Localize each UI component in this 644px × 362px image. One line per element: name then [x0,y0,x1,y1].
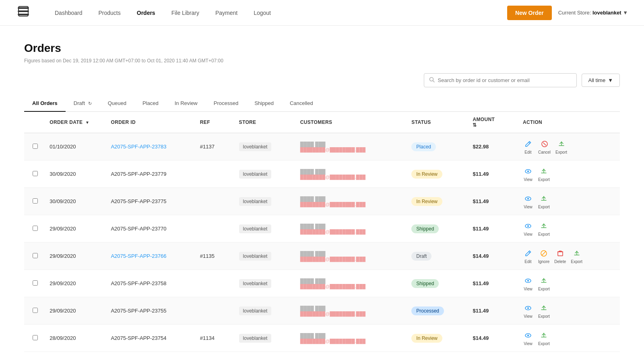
order-date-sort-icon: ▼ [85,120,89,125]
nav-right: New Order Current Store: loveblanket ▼ [507,6,628,20]
action-view-button[interactable]: View [523,193,533,209]
order-id-link[interactable]: A2075-SPF-APP-23783 [111,144,166,150]
tab-placed[interactable]: Placed [134,95,167,112]
action-buttons: View Export [523,330,617,346]
action-export-button[interactable]: Export [571,248,582,264]
action-buttons: View Export [523,166,617,182]
action-edit-button[interactable]: Edit [523,139,533,154]
tab-draft[interactable]: Draft ↻ [66,95,100,112]
order-id-text: A2075-SPF-APP-23779 [111,171,166,177]
action-ignore-button[interactable]: Ignore [538,248,549,264]
action-export-button[interactable]: Export [538,330,550,346]
svg-line-15 [542,251,546,255]
customers-cell: ████ ███ ████████@████████.███ [297,270,409,297]
row-checkbox-cell [24,297,46,325]
order-id-cell: A2075-SPF-APP-23758 [107,270,196,297]
ignore-label: Ignore [538,259,549,264]
action-export-button[interactable]: Export [538,166,550,182]
export-icon [572,248,582,259]
nav-dashboard[interactable]: Dashboard [55,10,83,16]
action-export-button[interactable]: Export [538,193,550,209]
col-order-date[interactable]: ORDER DATE ▼ [46,112,107,133]
action-cancel-button[interactable]: Cancel [538,139,551,154]
row-checkbox[interactable] [33,335,38,340]
tab-shipped[interactable]: Shipped [246,95,282,112]
ref-cell [197,188,236,215]
table-row: 30/09/2020 A2075-SPF-APP-23779 loveblank… [24,160,620,188]
tab-all-orders[interactable]: All Orders [24,95,66,112]
store-selector[interactable]: Current Store: loveblanket ▼ [558,10,628,16]
order-id-cell: A2075-SPF-APP-23770 [107,215,196,243]
table-row: 29/09/2020 A2075-SPF-APP-23766 #1135 lov… [24,243,620,270]
action-delete-button[interactable]: Delete [554,248,566,264]
row-checkbox[interactable] [33,226,38,231]
tab-processed[interactable]: Processed [206,95,246,112]
order-date-cell: 30/09/2020 [46,160,107,188]
store-cell: loveblanket [236,325,297,352]
ref-cell: #1135 [197,243,236,270]
order-date-cell: 29/09/2020 [46,297,107,325]
row-checkbox[interactable] [33,144,38,149]
tab-cancelled[interactable]: Cancelled [282,95,321,112]
row-checkbox[interactable] [33,171,38,176]
tab-in-review[interactable]: In Review [167,95,206,112]
status-badge: Shipped [411,279,439,288]
col-customers: CUSTOMERS [297,112,409,133]
search-input[interactable] [438,77,572,83]
action-export-button[interactable]: Export [538,303,550,319]
nav-payment[interactable]: Payment [215,10,237,16]
cancel-icon [539,139,550,149]
action-edit-button[interactable]: Edit [523,248,533,264]
action-view-button[interactable]: View [523,221,533,237]
status-badge: In Review [411,197,442,206]
action-export-button[interactable]: Export [538,221,550,237]
cancel-label: Cancel [538,150,551,154]
status-cell: Processed [408,297,469,325]
delete-icon [555,248,566,259]
action-view-button[interactable]: View [523,330,533,346]
col-amount[interactable]: AMOUNT ⇅ [469,112,519,133]
search-box[interactable] [424,73,577,87]
tab-queued[interactable]: Queued [100,95,134,112]
new-order-button[interactable]: New Order [507,6,552,20]
status-badge: In Review [411,170,442,179]
customer-name: ████ ███ [300,333,405,339]
action-view-button[interactable]: View [523,303,533,319]
amount-cell: $22.98 [469,133,519,160]
store-cell: loveblanket [236,215,297,243]
row-checkbox-cell [24,160,46,188]
row-checkbox[interactable] [33,198,38,204]
view-label: View [524,205,533,209]
time-filter-dropdown-icon: ▼ [608,77,613,83]
action-view-button[interactable]: View [523,166,533,182]
order-date-cell: 29/09/2020 [46,215,107,243]
row-checkbox[interactable] [33,253,38,258]
row-checkbox[interactable] [33,308,38,313]
svg-point-9 [527,171,529,172]
row-checkbox[interactable] [33,280,38,286]
action-buttons: Edit Ignore Delete Export [523,248,617,264]
view-icon [523,276,533,286]
export-label: Export [538,205,550,209]
nav-products[interactable]: Products [99,10,121,16]
status-badge: Draft [411,252,431,261]
action-view-button[interactable]: View [523,276,533,291]
nav-orders[interactable]: Orders [137,10,155,16]
time-filter-button[interactable]: All time ▼ [582,74,620,87]
nav-file-library[interactable]: File Library [171,10,199,16]
action-export-button[interactable]: Export [538,276,550,291]
table-row: 29/09/2020 A2075-SPF-APP-23758 loveblank… [24,270,620,297]
customers-cell: ████ ███ ████████@████████.███ [297,243,409,270]
order-id-text: A2075-SPF-APP-23754 [111,335,166,341]
order-id-cell: A2075-SPF-APP-23754 [107,325,196,352]
action-export-button[interactable]: Export [555,139,567,154]
export-label: Export [538,232,550,237]
order-date-cell: 29/09/2020 [46,270,107,297]
svg-point-19 [527,280,529,282]
customer-name: ████ ███ [300,142,405,147]
ref-cell [197,297,236,325]
page-title: Orders [24,42,620,55]
store-dropdown-icon: ▼ [623,10,628,16]
order-id-link[interactable]: A2075-SPF-APP-23766 [111,253,166,259]
nav-logout[interactable]: Logout [254,10,271,16]
